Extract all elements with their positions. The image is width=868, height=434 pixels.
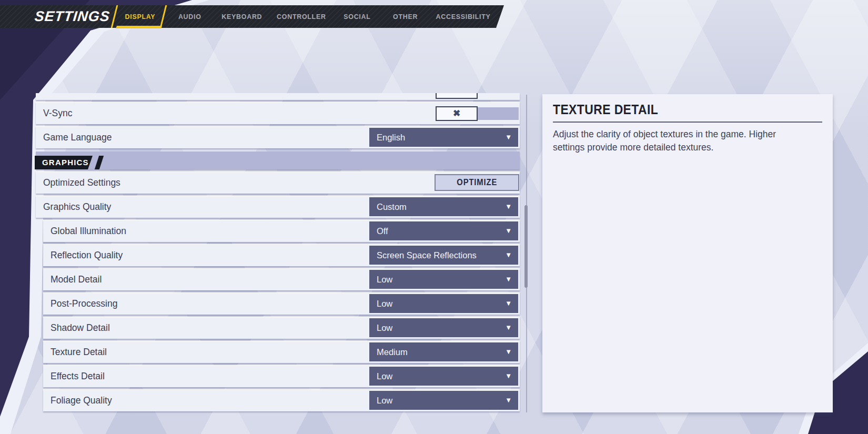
section-slash-decoration — [95, 156, 104, 169]
toggle-fill — [478, 107, 519, 120]
setting-row-texture-detail[interactable]: Texture Detail Medium ▼ — [43, 341, 520, 363]
tab-display[interactable]: DISPLAY — [116, 5, 164, 28]
setting-row-vsync[interactable]: V-Sync ✖ — [36, 102, 520, 124]
chevron-down-icon: ▼ — [505, 294, 512, 313]
tab-accessibility[interactable]: ACCESSIBILITY — [430, 5, 496, 28]
setting-label: Post-Processing — [51, 292, 117, 315]
setting-label: Reflection Quality — [51, 244, 123, 266]
chevron-down-icon: ▼ — [505, 221, 512, 240]
setting-row-graphics-quality[interactable]: Graphics Quality Custom ▼ — [36, 196, 520, 218]
global-illumination-dropdown[interactable]: Off ▼ — [369, 221, 518, 240]
active-tab-underline — [116, 26, 162, 28]
setting-row-post-processing[interactable]: Post-Processing Low ▼ — [43, 292, 520, 315]
setting-label: Shadow Detail — [51, 317, 110, 339]
chevron-down-icon: ▼ — [505, 128, 512, 147]
chevron-down-icon: ▼ — [505, 391, 512, 410]
section-badge: GRAPHICS — [35, 156, 93, 169]
settings-header-bar: SETTINGS DISPLAY AUDIO KEYBOARD CONTROLL… — [0, 5, 504, 28]
optimize-button[interactable]: OPTIMIZE — [435, 174, 519, 191]
game-language-dropdown[interactable]: English ▼ — [369, 128, 518, 147]
partial-toggle-box — [436, 93, 478, 99]
effects-detail-dropdown[interactable]: Low ▼ — [369, 367, 518, 386]
shadow-detail-dropdown[interactable]: Low ▼ — [369, 318, 518, 337]
model-detail-dropdown[interactable]: Low ▼ — [369, 270, 518, 289]
scrolled-partial-row — [36, 93, 520, 100]
detail-panel-description: Adjust the clarity of object textures in… — [553, 128, 809, 154]
setting-row-model-detail[interactable]: Model Detail Low ▼ — [43, 268, 520, 290]
reflection-quality-dropdown[interactable]: Screen Space Reflections ▼ — [369, 246, 518, 265]
setting-label: Foliage Quality — [51, 389, 112, 411]
setting-row-effects-detail[interactable]: Effects Detail Low ▼ — [43, 365, 520, 387]
setting-row-shadow-detail[interactable]: Shadow Detail Low ▼ — [43, 317, 520, 339]
tab-keyboard[interactable]: KEYBOARD — [216, 5, 268, 28]
setting-label: Graphics Quality — [43, 196, 111, 218]
section-header-graphics: GRAPHICS — [36, 152, 520, 169]
tab-other[interactable]: OTHER — [383, 5, 428, 28]
foliage-quality-dropdown[interactable]: Low ▼ — [369, 391, 518, 410]
setting-row-foliage-quality[interactable]: Foliage Quality Low ▼ — [43, 389, 520, 411]
chevron-down-icon: ▼ — [505, 197, 512, 216]
chevron-down-icon: ▼ — [505, 367, 512, 386]
chevron-down-icon: ▼ — [505, 270, 512, 289]
page-title: SETTINGS — [34, 8, 110, 25]
setting-label: Game Language — [43, 126, 112, 148]
texture-detail-dropdown[interactable]: Medium ▼ — [369, 342, 518, 361]
setting-label: Global Illumination — [51, 220, 126, 242]
tab-controller[interactable]: CONTROLLER — [272, 5, 330, 28]
chevron-down-icon: ▼ — [505, 318, 512, 337]
setting-label: Model Detail — [51, 268, 102, 290]
tab-social[interactable]: SOCIAL — [334, 5, 381, 28]
detail-panel: TEXTURE DETAIL Adjust the clarity of obj… — [542, 94, 833, 412]
chevron-down-icon: ▼ — [505, 246, 512, 265]
post-processing-dropdown[interactable]: Low ▼ — [369, 294, 518, 313]
scrollbar-thumb[interactable] — [524, 205, 528, 288]
setting-label: Effects Detail — [51, 365, 105, 387]
toggle-x-icon: ✖ — [436, 106, 478, 121]
setting-label: Texture Detail — [51, 341, 107, 363]
vsync-toggle[interactable]: ✖ — [436, 106, 519, 121]
setting-row-global-illumination[interactable]: Global Illumination Off ▼ — [43, 220, 520, 242]
setting-row-reflection-quality[interactable]: Reflection Quality Screen Space Reflecti… — [43, 244, 520, 266]
setting-label: V-Sync — [43, 102, 72, 124]
detail-panel-title: TEXTURE DETAIL — [553, 102, 790, 118]
setting-row-optimized-settings[interactable]: Optimized Settings OPTIMIZE — [36, 171, 520, 194]
chevron-down-icon: ▼ — [505, 342, 512, 361]
tab-audio[interactable]: AUDIO — [167, 5, 212, 28]
setting-row-game-language[interactable]: Game Language English ▼ — [36, 126, 520, 148]
setting-label: Optimized Settings — [43, 171, 120, 194]
detail-panel-divider — [553, 122, 822, 123]
graphics-quality-dropdown[interactable]: Custom ▼ — [369, 197, 518, 216]
